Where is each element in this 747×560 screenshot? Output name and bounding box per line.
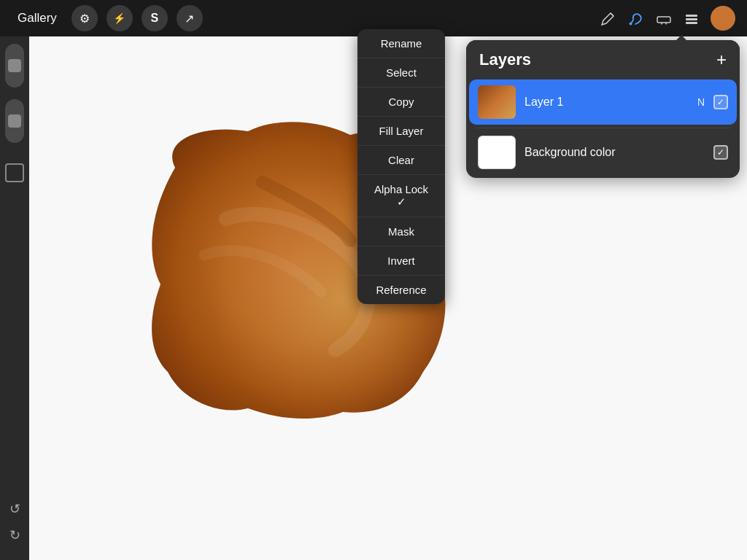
context-menu-reference[interactable]: Reference (357, 276, 445, 304)
brush-size-slider[interactable] (5, 44, 24, 88)
settings-icon: ⚙ (80, 12, 90, 26)
layers-title: Layers (479, 50, 531, 69)
pen-tool-button[interactable] (600, 9, 617, 27)
context-menu-clear[interactable]: Clear (357, 146, 445, 175)
opacity-slider[interactable] (5, 99, 24, 143)
layer-row-background[interactable]: Background color (469, 128, 737, 176)
svg-rect-4 (686, 22, 697, 24)
transform-button[interactable]: ↗ (177, 5, 203, 31)
opacity-handle (8, 114, 21, 128)
transform-icon: ↗ (185, 12, 194, 26)
layers-panel-button[interactable] (683, 9, 700, 27)
layer-visibility-layer1[interactable] (713, 95, 728, 109)
layers-panel: Layers + Layer 1 N Background color (466, 40, 740, 178)
layer-name-background: Background color (525, 146, 705, 159)
brush-size-handle (8, 59, 21, 72)
layers-header: Layers + (466, 40, 740, 79)
add-layer-button[interactable]: + (716, 51, 727, 69)
adjustments-icon: ⚡ (113, 12, 125, 24)
smudge-icon: S (151, 12, 159, 25)
sidebar-bottom: ↺ ↻ (4, 499, 25, 553)
context-menu-mask[interactable]: Mask (357, 217, 445, 246)
layer-mode-layer1: N (697, 96, 705, 108)
layer-name-layer1: Layer 1 (525, 96, 689, 109)
left-sidebar: ↺ ↻ (0, 36, 29, 560)
layer-thumb-white (478, 136, 516, 169)
redo-button[interactable]: ↻ (4, 525, 25, 545)
smudge-button[interactable]: S (142, 5, 168, 31)
context-menu-copy[interactable]: Copy (357, 88, 445, 117)
context-menu: Rename Select Copy Fill Layer Clear Alph… (357, 29, 445, 304)
toolbar-left: Gallery ⚙ ⚡ S ↗ (12, 5, 203, 31)
layer-thumbnail-layer1 (478, 85, 516, 119)
svg-point-0 (630, 23, 632, 26)
gallery-button[interactable]: Gallery (12, 8, 63, 28)
svg-rect-1 (657, 17, 670, 23)
layers-panel-caret (674, 35, 689, 42)
context-menu-fill-layer[interactable]: Fill Layer (357, 117, 445, 146)
layer-thumb-paint (478, 85, 516, 119)
svg-rect-3 (686, 18, 697, 20)
layer-visibility-background[interactable] (713, 145, 728, 160)
user-avatar[interactable] (711, 6, 735, 31)
toolbar-right (600, 6, 735, 31)
redo-icon: ↻ (9, 527, 20, 543)
layer-row-layer1[interactable]: Layer 1 N (469, 79, 737, 125)
color-picker-button[interactable] (5, 163, 24, 182)
context-menu-select[interactable]: Select (357, 58, 445, 88)
layer-thumbnail-background (478, 136, 516, 169)
undo-button[interactable]: ↺ (4, 499, 25, 519)
undo-icon: ↺ (9, 501, 20, 517)
brush-tool-button[interactable] (627, 9, 645, 27)
settings-button[interactable]: ⚙ (71, 5, 98, 31)
svg-rect-2 (686, 15, 697, 17)
adjustments-button[interactable]: ⚡ (107, 5, 133, 31)
context-menu-invert[interactable]: Invert (357, 246, 445, 276)
context-menu-alpha-lock[interactable]: Alpha Lock (357, 175, 445, 217)
context-menu-rename[interactable]: Rename (357, 29, 445, 58)
eraser-tool-button[interactable] (655, 9, 673, 27)
